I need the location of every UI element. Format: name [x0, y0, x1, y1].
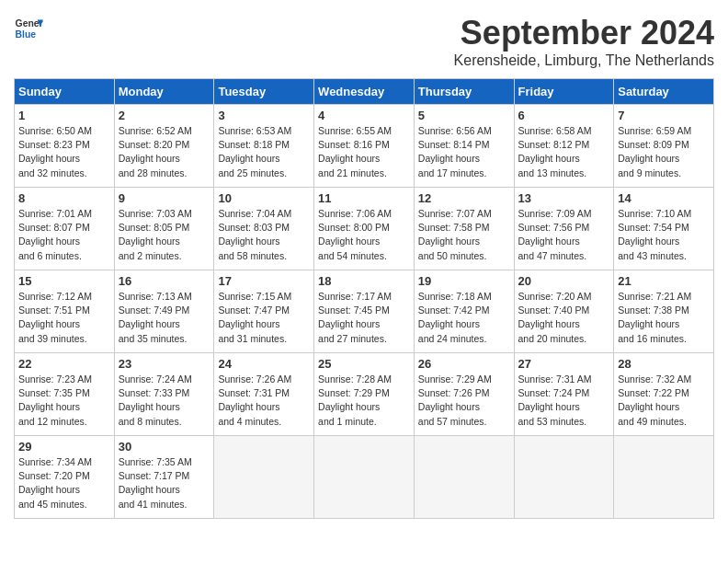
day-number: 3 — [218, 109, 310, 122]
day-number: 27 — [518, 357, 610, 371]
header-row: Sunday Monday Tuesday Wednesday Thursday… — [15, 79, 714, 105]
day-number: 5 — [418, 109, 510, 122]
day-number: 16 — [119, 274, 210, 288]
day-number: 14 — [618, 191, 710, 205]
day-number: 4 — [318, 109, 410, 122]
day-info: Sunrise: 7:34 AMSunset: 7:20 PMDaylight … — [18, 455, 110, 511]
day-number: 24 — [218, 357, 310, 371]
day-info: Sunrise: 7:28 AMSunset: 7:29 PMDaylight … — [318, 373, 410, 429]
col-friday: Friday — [514, 79, 614, 105]
day-cell-2: 2 Sunrise: 6:52 AMSunset: 8:20 PMDayligh… — [114, 105, 214, 188]
day-number: 18 — [318, 274, 410, 288]
day-info: Sunrise: 7:10 AMSunset: 7:54 PMDaylight … — [618, 207, 710, 263]
day-info: Sunrise: 7:01 AMSunset: 8:07 PMDaylight … — [18, 207, 110, 263]
calendar-row: 15 Sunrise: 7:12 AMSunset: 7:51 PMDaylig… — [15, 270, 714, 353]
day-cell-5: 5 Sunrise: 6:56 AMSunset: 8:14 PMDayligh… — [414, 105, 514, 188]
day-number: 6 — [518, 109, 610, 122]
day-cell-20: 20 Sunrise: 7:20 AMSunset: 7:40 PMDaylig… — [514, 270, 614, 353]
day-info: Sunrise: 7:35 AMSunset: 7:17 PMDaylight … — [119, 455, 210, 511]
location: Kerensheide, Limburg, The Netherlands — [454, 52, 714, 69]
title-area: September 2024 Kerensheide, Limburg, The… — [454, 14, 714, 69]
day-cell-14: 14 Sunrise: 7:10 AMSunset: 7:54 PMDaylig… — [614, 188, 714, 270]
day-cell-24: 24 Sunrise: 7:26 AMSunset: 7:31 PMDaylig… — [214, 353, 314, 436]
day-info: Sunrise: 7:26 AMSunset: 7:31 PMDaylight … — [218, 373, 310, 429]
calendar-body: 1 Sunrise: 6:50 AMSunset: 8:23 PMDayligh… — [15, 105, 714, 519]
month-title: September 2024 — [454, 14, 714, 52]
day-cell-11: 11 Sunrise: 7:06 AMSunset: 8:00 PMDaylig… — [314, 188, 415, 270]
day-number: 23 — [119, 357, 210, 371]
day-info: Sunrise: 7:18 AMSunset: 7:42 PMDaylight … — [418, 290, 510, 346]
day-info: Sunrise: 6:59 AMSunset: 8:09 PMDaylight … — [618, 124, 710, 180]
day-info: Sunrise: 7:20 AMSunset: 7:40 PMDaylight … — [518, 290, 610, 346]
day-info: Sunrise: 7:07 AMSunset: 7:58 PMDaylight … — [418, 207, 510, 263]
logo-icon: General Blue — [14, 14, 43, 43]
day-cell-30: 30 Sunrise: 7:35 AMSunset: 7:17 PMDaylig… — [114, 436, 214, 519]
day-cell-26: 26 Sunrise: 7:29 AMSunset: 7:26 PMDaylig… — [414, 353, 514, 436]
day-cell-10: 10 Sunrise: 7:04 AMSunset: 8:03 PMDaylig… — [214, 188, 314, 270]
day-cell-25: 25 Sunrise: 7:28 AMSunset: 7:29 PMDaylig… — [314, 353, 415, 436]
day-info: Sunrise: 7:31 AMSunset: 7:24 PMDaylight … — [518, 373, 610, 429]
day-info: Sunrise: 7:15 AMSunset: 7:47 PMDaylight … — [218, 290, 310, 346]
calendar-row: 1 Sunrise: 6:50 AMSunset: 8:23 PMDayligh… — [15, 105, 714, 188]
day-cell-12: 12 Sunrise: 7:07 AMSunset: 7:58 PMDaylig… — [414, 188, 514, 270]
calendar-row: 8 Sunrise: 7:01 AMSunset: 8:07 PMDayligh… — [15, 188, 714, 270]
calendar-row: 29 Sunrise: 7:34 AMSunset: 7:20 PMDaylig… — [15, 436, 714, 519]
empty-cell — [214, 436, 314, 519]
day-number: 2 — [119, 109, 210, 122]
empty-cell — [614, 436, 714, 519]
day-cell-28: 28 Sunrise: 7:32 AMSunset: 7:22 PMDaylig… — [614, 353, 714, 436]
day-cell-13: 13 Sunrise: 7:09 AMSunset: 7:56 PMDaylig… — [514, 188, 614, 270]
day-info: Sunrise: 6:58 AMSunset: 8:12 PMDaylight … — [518, 124, 610, 180]
day-cell-7: 7 Sunrise: 6:59 AMSunset: 8:09 PMDayligh… — [614, 105, 714, 188]
day-number: 15 — [18, 274, 110, 288]
day-info: Sunrise: 6:56 AMSunset: 8:14 PMDaylight … — [418, 124, 510, 180]
calendar-table: Sunday Monday Tuesday Wednesday Thursday… — [14, 78, 714, 519]
day-info: Sunrise: 7:13 AMSunset: 7:49 PMDaylight … — [119, 290, 210, 346]
day-info: Sunrise: 7:04 AMSunset: 8:03 PMDaylight … — [218, 207, 310, 263]
col-saturday: Saturday — [614, 79, 714, 105]
day-info: Sunrise: 7:24 AMSunset: 7:33 PMDaylight … — [119, 373, 210, 429]
day-info: Sunrise: 7:17 AMSunset: 7:45 PMDaylight … — [318, 290, 410, 346]
day-cell-9: 9 Sunrise: 7:03 AMSunset: 8:05 PMDayligh… — [114, 188, 214, 270]
day-cell-18: 18 Sunrise: 7:17 AMSunset: 7:45 PMDaylig… — [314, 270, 415, 353]
col-thursday: Thursday — [414, 79, 514, 105]
day-number: 10 — [218, 191, 310, 205]
svg-text:Blue: Blue — [16, 29, 37, 40]
day-number: 8 — [18, 191, 110, 205]
day-info: Sunrise: 6:53 AMSunset: 8:18 PMDaylight … — [218, 124, 310, 180]
day-cell-1: 1 Sunrise: 6:50 AMSunset: 8:23 PMDayligh… — [15, 105, 115, 188]
day-info: Sunrise: 7:06 AMSunset: 8:00 PMDaylight … — [318, 207, 410, 263]
day-cell-23: 23 Sunrise: 7:24 AMSunset: 7:33 PMDaylig… — [114, 353, 214, 436]
day-cell-3: 3 Sunrise: 6:53 AMSunset: 8:18 PMDayligh… — [214, 105, 314, 188]
day-info: Sunrise: 6:50 AMSunset: 8:23 PMDaylight … — [18, 124, 110, 180]
day-number: 9 — [119, 191, 210, 205]
day-info: Sunrise: 7:21 AMSunset: 7:38 PMDaylight … — [618, 290, 710, 346]
col-sunday: Sunday — [15, 79, 115, 105]
day-info: Sunrise: 7:32 AMSunset: 7:22 PMDaylight … — [618, 373, 710, 429]
day-cell-17: 17 Sunrise: 7:15 AMSunset: 7:47 PMDaylig… — [214, 270, 314, 353]
day-number: 22 — [18, 357, 110, 371]
day-number: 13 — [518, 191, 610, 205]
calendar-row: 22 Sunrise: 7:23 AMSunset: 7:35 PMDaylig… — [15, 353, 714, 436]
day-number: 1 — [18, 109, 110, 122]
day-info: Sunrise: 7:29 AMSunset: 7:26 PMDaylight … — [418, 373, 510, 429]
day-cell-16: 16 Sunrise: 7:13 AMSunset: 7:49 PMDaylig… — [114, 270, 214, 353]
day-number: 21 — [618, 274, 710, 288]
day-number: 26 — [418, 357, 510, 371]
day-number: 25 — [318, 357, 410, 371]
day-cell-15: 15 Sunrise: 7:12 AMSunset: 7:51 PMDaylig… — [15, 270, 115, 353]
empty-cell — [414, 436, 514, 519]
day-info: Sunrise: 7:12 AMSunset: 7:51 PMDaylight … — [18, 290, 110, 346]
day-info: Sunrise: 6:52 AMSunset: 8:20 PMDaylight … — [119, 124, 210, 180]
day-number: 30 — [119, 440, 210, 454]
day-cell-8: 8 Sunrise: 7:01 AMSunset: 8:07 PMDayligh… — [15, 188, 115, 270]
day-number: 11 — [318, 191, 410, 205]
page-container: General Blue September 2024 Kerensheide,… — [14, 14, 714, 519]
day-number: 28 — [618, 357, 710, 371]
day-number: 19 — [418, 274, 510, 288]
day-info: Sunrise: 7:09 AMSunset: 7:56 PMDaylight … — [518, 207, 610, 263]
day-number: 17 — [218, 274, 310, 288]
day-number: 20 — [518, 274, 610, 288]
day-number: 29 — [18, 440, 110, 454]
col-tuesday: Tuesday — [214, 79, 314, 105]
